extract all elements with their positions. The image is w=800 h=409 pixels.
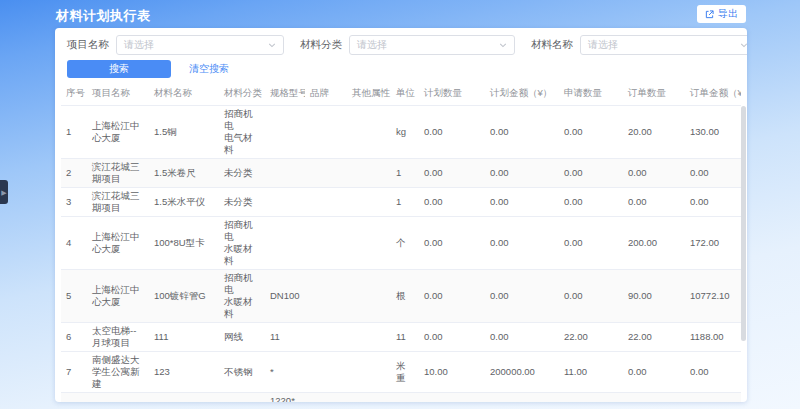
table-cell: 0.00 [419,217,485,270]
chevron-down-icon [499,41,507,49]
table-cell: 11 [265,323,305,352]
table-cell: DN100 [265,270,305,323]
table-cell: 0.00 [485,270,559,323]
table-row: 8滨江花城8期项目-分包12石膏板墙面辅材1220*2440*12龙牌根0.00… [61,393,741,403]
clear-search-link[interactable]: 清空搜索 [189,62,229,76]
table-cell: 123 [149,352,219,393]
table-row: 3滨江花城三期项目1.5米水平仪未分类10.000.000.000.000.00 [61,188,741,217]
table-cell [305,270,347,323]
table-cell: 1220*2440*12 [265,393,305,403]
page-title: 材料计划执行表 [56,7,151,25]
filter-bar: 项目名称 请选择 材料分类 请选择 材料名称 请选择 [55,28,747,55]
expand-icon: ▶ [1,189,6,196]
table-cell: 1.5铜 [149,106,219,159]
column-header-3: 材料分类 [219,82,265,106]
table-cell: 172.00 [685,217,741,270]
table-cell: 4 [61,217,87,270]
table-cell: 90.00 [623,270,685,323]
table-cell: 200000.00 [485,352,559,393]
chevron-down-icon [740,41,747,49]
table-cell: 上海松江中心大厦 [87,106,149,159]
table-cell: 0.00 [623,393,685,403]
table-cell: 1 [391,188,419,217]
table-cell: 根 [391,270,419,323]
table-cell: 0.00 [485,106,559,159]
vertical-scrollbar[interactable] [741,106,746,341]
table-cell: 0.00 [685,393,741,403]
table-cell: 111 [149,323,219,352]
table-cell [347,188,391,217]
table-cell [265,188,305,217]
filter-actions: 搜索 清空搜索 [55,55,747,82]
table-cell: 11.00 [559,352,623,393]
select-placeholder: 请选择 [124,38,154,52]
material-plan-table: 序号项目名称材料名称材料分类规格型号品牌其他属性单位计划数量计划金额（¥）申请数… [61,82,741,402]
table-cell: 5 [61,270,87,323]
table-cell: 南侧盛达大学生公寓新建 [87,352,149,393]
table-cell: 0.00 [685,352,741,393]
material-category-select[interactable]: 请选择 [349,35,515,55]
table-cell: 龙牌 [305,393,347,403]
table-row: 6太空电梯--月球项目111网线11110.000.0022.0022.0011… [61,323,741,352]
column-header-1: 项目名称 [87,82,149,106]
table-cell [305,188,347,217]
table-cell: 0.00 [559,217,623,270]
table-cell: 10.00 [419,352,485,393]
table-cell: 100镀锌管G [149,270,219,323]
table-cell: 0.00 [485,323,559,352]
table-cell [347,159,391,188]
table-cell: 1.5米水平仪 [149,188,219,217]
material-name-select[interactable]: 请选择 [580,35,747,55]
table-cell [347,217,391,270]
table-cell: 0.00 [419,393,485,403]
column-header-0: 序号 [61,82,87,106]
table-cell [347,270,391,323]
filter-project-name: 项目名称 请选择 [67,35,284,55]
table-cell: 12石膏板 [149,393,219,403]
export-icon [705,10,714,19]
table-cell: 0.00 [419,188,485,217]
table-cell [265,217,305,270]
table-cell: 0.00 [419,323,485,352]
table-container: 序号项目名称材料名称材料分类规格型号品牌其他属性单位计划数量计划金额（¥）申请数… [55,82,747,402]
table-cell: 滨江花城三期项目 [87,159,149,188]
sidebar-collapsed-tab[interactable]: ▶ [0,180,8,204]
table-cell: 11 [391,323,419,352]
table-cell: 0.00 [485,393,559,403]
table-cell: 不锈钢 [219,352,265,393]
table-cell: 7 [61,352,87,393]
column-header-4: 规格型号 [265,82,305,106]
table-row: 2滨江花城三期项目1.5米卷尺未分类10.000.000.000.000.00 [61,159,741,188]
table-cell [347,393,391,403]
table-cell: 未分类 [219,159,265,188]
table-body: 1上海松江中心大厦1.5铜招商机电 电气材料kg0.000.000.0020.0… [61,106,741,403]
table-cell: 0.00 [559,106,623,159]
column-header-6: 其他属性 [347,82,391,106]
table-cell [347,323,391,352]
table-cell: 米重 [391,352,419,393]
export-label: 导出 [718,7,738,21]
table-cell: 2 [61,159,87,188]
table-cell: 招商机电 水暖材料 [219,270,265,323]
select-placeholder: 请选择 [357,38,387,52]
filter-label: 材料名称 [531,38,573,52]
select-placeholder: 请选择 [588,38,618,52]
column-header-12: 订单金额（¥） [685,82,741,106]
table-cell: 1.00 [559,393,623,403]
table-cell: 1 [61,106,87,159]
search-button[interactable]: 搜索 [67,60,171,78]
table-cell: 招商机电 电气材料 [219,106,265,159]
table-cell: 0.00 [419,159,485,188]
export-button[interactable]: 导出 [697,5,746,23]
table-cell: 0.00 [419,270,485,323]
table-cell: 22.00 [623,323,685,352]
project-name-select[interactable]: 请选择 [116,35,284,55]
table-cell: 网线 [219,323,265,352]
chevron-down-icon [268,41,276,49]
filter-label: 项目名称 [67,38,109,52]
table-cell: 墙面辅材 [219,393,265,403]
filter-label: 材料分类 [300,38,342,52]
table-cell: 0.00 [559,159,623,188]
table-cell: 1188.00 [685,323,741,352]
table-cell: 滨江花城三期项目 [87,188,149,217]
